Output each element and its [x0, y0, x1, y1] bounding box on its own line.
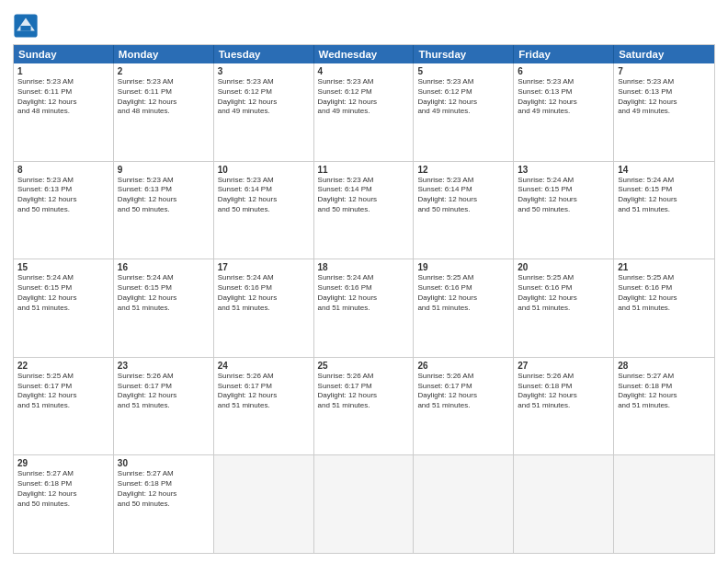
cell-w4-d7: 28Sunrise: 5:27 AM Sunset: 6:18 PM Dayli…	[614, 358, 714, 455]
cell-w1-d2: 2Sunrise: 5:23 AM Sunset: 6:11 PM Daylig…	[114, 63, 214, 161]
cell-w3-d6: 20Sunrise: 5:25 AM Sunset: 6:16 PM Dayli…	[514, 259, 614, 357]
day-number: 10	[218, 165, 310, 175]
cell-w1-d4: 4Sunrise: 5:23 AM Sunset: 6:12 PM Daylig…	[314, 63, 415, 161]
cell-w3-d7: 21Sunrise: 5:25 AM Sunset: 6:16 PM Dayli…	[614, 259, 714, 357]
day-number: 16	[118, 262, 210, 272]
cell-w2-d5: 12Sunrise: 5:23 AM Sunset: 6:14 PM Dayli…	[414, 162, 514, 259]
day-number: 4	[318, 66, 410, 76]
cell-w4-d5: 26Sunrise: 5:26 AM Sunset: 6:17 PM Dayli…	[414, 358, 514, 455]
cell-w2-d2: 9Sunrise: 5:23 AM Sunset: 6:13 PM Daylig…	[114, 162, 214, 259]
cell-w3-d2: 16Sunrise: 5:24 AM Sunset: 6:15 PM Dayli…	[114, 259, 214, 357]
day-number: 7	[618, 66, 711, 76]
day-number: 20	[518, 262, 609, 272]
calendar-body: 1Sunrise: 5:23 AM Sunset: 6:11 PM Daylig…	[14, 63, 714, 553]
day-number: 24	[218, 361, 310, 371]
day-info: Sunrise: 5:26 AM Sunset: 6:17 PM Dayligh…	[218, 372, 310, 411]
cell-w2-d3: 10Sunrise: 5:23 AM Sunset: 6:14 PM Dayli…	[214, 162, 314, 259]
day-number: 23	[118, 361, 210, 371]
day-number: 26	[417, 361, 509, 371]
week-row-3: 15Sunrise: 5:24 AM Sunset: 6:15 PM Dayli…	[14, 259, 714, 358]
day-info: Sunrise: 5:23 AM Sunset: 6:12 PM Dayligh…	[417, 77, 509, 117]
cell-w1-d5: 5Sunrise: 5:23 AM Sunset: 6:12 PM Daylig…	[414, 63, 514, 161]
cell-w2-d7: 14Sunrise: 5:24 AM Sunset: 6:15 PM Dayli…	[614, 162, 714, 259]
cell-w5-d1: 29Sunrise: 5:27 AM Sunset: 6:18 PM Dayli…	[14, 455, 114, 553]
day-info: Sunrise: 5:25 AM Sunset: 6:16 PM Dayligh…	[417, 273, 509, 313]
day-info: Sunrise: 5:26 AM Sunset: 6:18 PM Dayligh…	[518, 372, 609, 411]
svg-rect-2	[20, 26, 30, 31]
week-row-4: 22Sunrise: 5:25 AM Sunset: 6:17 PM Dayli…	[14, 358, 714, 456]
day-info: Sunrise: 5:24 AM Sunset: 6:15 PM Dayligh…	[118, 273, 210, 313]
cell-w2-d1: 8Sunrise: 5:23 AM Sunset: 6:13 PM Daylig…	[14, 162, 114, 259]
day-info: Sunrise: 5:27 AM Sunset: 6:18 PM Dayligh…	[118, 469, 210, 509]
logo	[13, 13, 40, 39]
header-wednesday: Wednesday	[314, 45, 415, 63]
day-info: Sunrise: 5:23 AM Sunset: 6:13 PM Dayligh…	[618, 77, 711, 117]
week-row-5: 29Sunrise: 5:27 AM Sunset: 6:18 PM Dayli…	[14, 455, 714, 553]
day-number: 2	[118, 66, 210, 76]
cell-w4-d3: 24Sunrise: 5:26 AM Sunset: 6:17 PM Dayli…	[214, 358, 314, 455]
day-number: 30	[118, 458, 210, 468]
day-number: 8	[17, 165, 109, 175]
day-number: 18	[318, 262, 410, 272]
day-number: 6	[518, 66, 609, 76]
day-info: Sunrise: 5:23 AM Sunset: 6:14 PM Dayligh…	[318, 176, 410, 215]
day-info: Sunrise: 5:24 AM Sunset: 6:15 PM Dayligh…	[518, 176, 609, 215]
cell-w3-d4: 18Sunrise: 5:24 AM Sunset: 6:16 PM Dayli…	[314, 259, 415, 357]
cell-w5-d6	[514, 455, 614, 553]
week-row-2: 8Sunrise: 5:23 AM Sunset: 6:13 PM Daylig…	[14, 162, 714, 260]
day-number: 13	[518, 165, 609, 175]
header-friday: Friday	[514, 45, 614, 63]
day-number: 25	[318, 361, 410, 371]
page: Sunday Monday Tuesday Wednesday Thursday…	[0, 0, 728, 563]
day-number: 28	[618, 361, 711, 371]
day-info: Sunrise: 5:26 AM Sunset: 6:17 PM Dayligh…	[417, 372, 509, 411]
day-number: 1	[17, 66, 109, 76]
day-info: Sunrise: 5:27 AM Sunset: 6:18 PM Dayligh…	[17, 469, 109, 509]
day-info: Sunrise: 5:23 AM Sunset: 6:13 PM Dayligh…	[17, 176, 109, 215]
day-number: 19	[417, 262, 509, 272]
day-number: 22	[17, 361, 109, 371]
calendar: Sunday Monday Tuesday Wednesday Thursday…	[13, 44, 715, 554]
day-number: 9	[118, 165, 210, 175]
day-info: Sunrise: 5:24 AM Sunset: 6:16 PM Dayligh…	[318, 273, 410, 313]
header-monday: Monday	[114, 45, 214, 63]
day-number: 3	[218, 66, 310, 76]
week-row-1: 1Sunrise: 5:23 AM Sunset: 6:11 PM Daylig…	[14, 63, 714, 162]
day-info: Sunrise: 5:26 AM Sunset: 6:17 PM Dayligh…	[318, 372, 410, 411]
day-info: Sunrise: 5:24 AM Sunset: 6:16 PM Dayligh…	[218, 273, 310, 313]
day-info: Sunrise: 5:23 AM Sunset: 6:14 PM Dayligh…	[218, 176, 310, 215]
cell-w4-d2: 23Sunrise: 5:26 AM Sunset: 6:17 PM Dayli…	[114, 358, 214, 455]
header-saturday: Saturday	[614, 45, 714, 63]
day-info: Sunrise: 5:23 AM Sunset: 6:11 PM Dayligh…	[17, 77, 109, 117]
cell-w4-d6: 27Sunrise: 5:26 AM Sunset: 6:18 PM Dayli…	[514, 358, 614, 455]
day-info: Sunrise: 5:23 AM Sunset: 6:12 PM Dayligh…	[318, 77, 410, 117]
cell-w1-d1: 1Sunrise: 5:23 AM Sunset: 6:11 PM Daylig…	[14, 63, 114, 161]
day-number: 27	[518, 361, 609, 371]
cell-w4-d4: 25Sunrise: 5:26 AM Sunset: 6:17 PM Dayli…	[314, 358, 415, 455]
cell-w5-d3	[214, 455, 314, 553]
day-info: Sunrise: 5:25 AM Sunset: 6:17 PM Dayligh…	[17, 372, 109, 411]
cell-w3-d1: 15Sunrise: 5:24 AM Sunset: 6:15 PM Dayli…	[14, 259, 114, 357]
cell-w5-d5	[414, 455, 514, 553]
cell-w5-d4	[314, 455, 415, 553]
day-number: 21	[618, 262, 711, 272]
cell-w1-d3: 3Sunrise: 5:23 AM Sunset: 6:12 PM Daylig…	[214, 63, 314, 161]
day-number: 12	[417, 165, 509, 175]
cell-w3-d5: 19Sunrise: 5:25 AM Sunset: 6:16 PM Dayli…	[414, 259, 514, 357]
cell-w4-d1: 22Sunrise: 5:25 AM Sunset: 6:17 PM Dayli…	[14, 358, 114, 455]
cell-w1-d7: 7Sunrise: 5:23 AM Sunset: 6:13 PM Daylig…	[614, 63, 714, 161]
day-number: 17	[218, 262, 310, 272]
day-info: Sunrise: 5:23 AM Sunset: 6:14 PM Dayligh…	[417, 176, 509, 215]
header-thursday: Thursday	[414, 45, 514, 63]
day-info: Sunrise: 5:23 AM Sunset: 6:13 PM Dayligh…	[118, 176, 210, 215]
day-info: Sunrise: 5:23 AM Sunset: 6:11 PM Dayligh…	[118, 77, 210, 117]
day-number: 11	[318, 165, 410, 175]
day-info: Sunrise: 5:24 AM Sunset: 6:15 PM Dayligh…	[17, 273, 109, 313]
cell-w5-d2: 30Sunrise: 5:27 AM Sunset: 6:18 PM Dayli…	[114, 455, 214, 553]
cell-w1-d6: 6Sunrise: 5:23 AM Sunset: 6:13 PM Daylig…	[514, 63, 614, 161]
day-info: Sunrise: 5:25 AM Sunset: 6:16 PM Dayligh…	[618, 273, 711, 313]
logo-icon	[13, 13, 39, 39]
header-tuesday: Tuesday	[214, 45, 314, 63]
calendar-header: Sunday Monday Tuesday Wednesday Thursday…	[14, 45, 714, 63]
cell-w3-d3: 17Sunrise: 5:24 AM Sunset: 6:16 PM Dayli…	[214, 259, 314, 357]
